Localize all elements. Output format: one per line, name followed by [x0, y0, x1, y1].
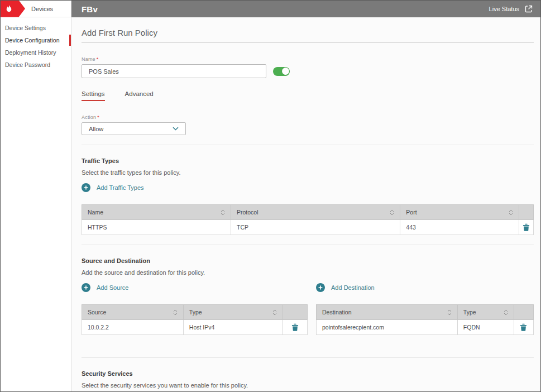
- live-status-button[interactable]: Live Status: [489, 4, 533, 13]
- section-divider: [82, 145, 534, 145]
- tab-settings[interactable]: Settings: [82, 90, 105, 101]
- add-traffic-types-button[interactable]: Add Traffic Types: [82, 183, 144, 192]
- source-destination-heading: Source and Destination: [82, 257, 534, 264]
- column-header-source[interactable]: Source: [82, 305, 184, 320]
- table-row: pointofsalerecpient.com FQDN: [317, 320, 534, 335]
- traffic-types-description: Select the traffic types for this policy…: [82, 169, 534, 176]
- name-field-block: Name*: [82, 56, 534, 78]
- sort-icon: [447, 309, 452, 315]
- destination-table: Destination Type pointofsalerecpient.com…: [316, 304, 534, 335]
- name-field-label: Name*: [82, 56, 534, 62]
- sort-icon: [272, 309, 277, 315]
- content-area: Add First Run Policy Name* Settings Adva…: [71, 17, 540, 391]
- column-header-port[interactable]: Port: [400, 205, 519, 220]
- table-row: 10.0.2.2 Host IPv4: [82, 320, 308, 335]
- delete-destination-button[interactable]: [518, 322, 529, 332]
- delete-source-button[interactable]: [289, 322, 301, 332]
- delete-traffic-type-button[interactable]: [520, 222, 532, 232]
- sort-icon: [390, 209, 394, 216]
- live-status-label: Live Status: [489, 6, 519, 12]
- app-window: Devices Device Settings Device Configura…: [0, 0, 541, 392]
- action-field-block: Action* Allow: [82, 114, 534, 135]
- security-services-section: Security Services Select the security se…: [82, 370, 534, 391]
- destination-column: Add Destination Destination Type: [316, 276, 534, 335]
- device-title: FBv: [82, 4, 98, 14]
- external-link-icon: [524, 4, 533, 13]
- chevron-down-icon: [173, 127, 179, 131]
- security-services-description: Select the security services you want to…: [82, 382, 534, 389]
- table-header-row: Source Type: [82, 305, 308, 320]
- source-table: Source Type 10.0.2.2 Host IPv4: [82, 304, 308, 335]
- plus-circle-icon: [82, 283, 90, 292]
- table-row: HTTPS TCP 443: [82, 220, 534, 235]
- main-area: FBv Live Status Add First Run Policy Nam…: [71, 1, 540, 391]
- column-header-name[interactable]: Name: [82, 205, 231, 220]
- security-services-heading: Security Services: [82, 370, 534, 377]
- tab-advanced[interactable]: Advanced: [125, 90, 154, 101]
- column-header-protocol[interactable]: Protocol: [231, 205, 400, 220]
- flame-logo-icon: [1, 1, 25, 17]
- column-header-type[interactable]: Type: [183, 305, 283, 320]
- required-asterisk: *: [97, 114, 99, 120]
- trash-icon: [520, 323, 527, 331]
- sort-icon: [509, 209, 513, 216]
- sidebar-brand-label: Devices: [31, 6, 53, 12]
- sidebar-nav: Device Settings Device Configuration Dep…: [1, 17, 71, 71]
- traffic-types-heading: Traffic Types: [82, 157, 534, 164]
- sidebar: Devices Device Settings Device Configura…: [1, 1, 71, 391]
- sidebar-brand[interactable]: Devices: [1, 1, 71, 17]
- trash-icon: [523, 223, 530, 231]
- flame-icon: [5, 4, 13, 13]
- traffic-types-table: Name Protocol Port HTTPS TCP 443: [82, 204, 534, 235]
- plus-circle-icon: [316, 283, 325, 292]
- sidebar-item-device-password[interactable]: Device Password: [1, 59, 71, 71]
- column-header-destination[interactable]: Destination: [317, 305, 458, 320]
- column-header-actions: [519, 205, 534, 220]
- sort-icon: [504, 309, 508, 315]
- traffic-types-section: Traffic Types Select the traffic types f…: [82, 157, 534, 235]
- topbar: FBv Live Status: [71, 1, 540, 17]
- policy-enabled-toggle[interactable]: [273, 67, 290, 76]
- sidebar-item-device-configuration[interactable]: Device Configuration: [1, 34, 71, 46]
- sort-icon: [173, 309, 178, 315]
- sort-icon: [221, 209, 225, 216]
- action-field-label: Action*: [82, 114, 534, 120]
- action-select[interactable]: Allow: [82, 122, 186, 135]
- table-header-row: Name Protocol Port: [82, 205, 534, 220]
- section-divider: [82, 357, 534, 358]
- section-divider: [82, 245, 534, 245]
- table-header-row: Destination Type: [317, 305, 534, 320]
- required-asterisk: *: [97, 56, 99, 62]
- column-header-type[interactable]: Type: [457, 305, 514, 320]
- source-destination-section: Source and Destination Add the source an…: [82, 257, 534, 335]
- sidebar-item-deployment-history[interactable]: Deployment History: [1, 46, 71, 59]
- policy-name-input[interactable]: [82, 64, 266, 78]
- page-title: Add First Run Policy: [82, 28, 534, 43]
- trash-icon: [291, 323, 299, 331]
- add-source-button[interactable]: Add Source: [82, 283, 128, 292]
- tab-bar: Settings Advanced: [82, 90, 534, 101]
- sidebar-item-device-settings[interactable]: Device Settings: [1, 22, 71, 34]
- plus-circle-icon: [82, 183, 90, 192]
- source-column: Add Source Source Type: [82, 276, 308, 335]
- source-destination-description: Add the source and destination for this …: [82, 269, 534, 276]
- column-header-actions: [514, 305, 533, 320]
- column-header-actions: [283, 305, 307, 320]
- add-destination-button[interactable]: Add Destination: [316, 283, 375, 292]
